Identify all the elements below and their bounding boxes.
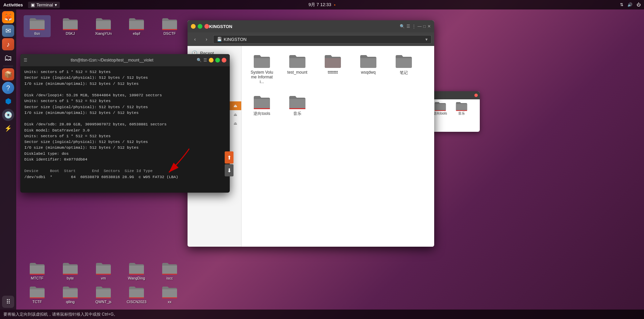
fm-window-controls [191,24,209,29]
volume-icon[interactable]: 🔊 [627,2,633,7]
eject-icon3[interactable]: ⏏ [233,121,237,126]
item-label: test_mount [287,70,307,75]
icon-label: qiling [66,300,75,304]
desktop-icon-ciscn2023[interactable]: CISCN2023 [123,284,150,305]
dock-files[interactable]: 🗂 [2,52,14,64]
fm-square-btn[interactable]: □ [423,24,426,29]
recording-dot: ● [334,3,336,6]
term-maximize-button[interactable] [215,58,220,63]
dock: 🦊 ✉ ♪ 🗂 📦 ? ⬢ 💿 ⚡ ⠿ [0,9,16,310]
fm2-item-yinyue2[interactable]: 音乐 [452,101,471,116]
dock-rhythmbox[interactable]: ♪ [2,38,14,50]
fm2-close-button[interactable] [474,94,478,97]
power-icon[interactable]: ⏻ [637,2,641,7]
desktop-icon-qwnt-js[interactable]: QWNT_js [90,284,117,305]
fm-close-button[interactable] [204,24,209,29]
fm-item-wsqdwq[interactable]: wsqdwq [353,51,383,87]
desktop-icon-tlsn[interactable]: tlsn [24,15,51,37]
desktop-icon-ebpf[interactable]: ebpf [123,15,150,37]
icon-label: XiangYUn [95,31,112,35]
svg-rect-14 [162,297,177,298]
terminal-content[interactable]: Units: sectors of 1 * 512 = 512 bytes Se… [20,66,230,193]
folder-icon [434,101,446,111]
fm-item-nixiangtools[interactable]: 逆向tools [247,92,277,119]
term-line [24,87,226,92]
terminal-side-btn2[interactable]: ⬇ [225,164,233,176]
term-menu2-icon[interactable]: ☰ [203,58,207,63]
network-icon[interactable]: ⇅ [620,2,623,7]
desktop-icon-qiling[interactable]: qiling [57,284,84,305]
desktop-icon-vm[interactable]: vm [90,260,117,282]
desktop-icon-iscc[interactable]: iscc [156,260,183,282]
desktop-icon-xx[interactable]: xx [156,284,183,305]
term-line [24,180,226,186]
fm-item-sysvolinfo[interactable]: System Volume Informati... [247,51,277,87]
fm-toolbar: ‹ › 💾 KINGSTON ▾ [188,32,434,46]
desktop-icon-wangding[interactable]: WangDing [123,260,150,282]
fm-view-btn[interactable]: ☰ [406,24,410,29]
folder-icon [289,95,306,109]
term-left-icons: ☰ [24,58,27,63]
term-close-button[interactable] [222,58,226,63]
fm-location-bar[interactable]: 💾 KINGSTON ▾ [213,35,431,44]
folder-icon [395,54,413,69]
term-line: Sector size (logical/physical): 512 byte… [24,104,226,110]
folder-icon [29,17,45,30]
terminal-side-btn[interactable]: ⬆ [225,151,233,164]
eject-icon-active[interactable]: ⏏ [233,103,237,108]
desktop-icon-dsctf[interactable]: DSCTF [156,15,183,37]
fm-location-dropdown-icon[interactable]: ▾ [425,37,428,42]
folder-icon [289,54,306,69]
fm-item-yinyue[interactable]: 音乐 [282,92,313,119]
term-menu-icon[interactable]: ☰ [24,58,27,63]
fm-item-biji[interactable]: 笔记 [389,51,419,87]
term-line: Sector size (logical/physical): 512 byte… [24,139,226,145]
icon-label: QWNT_js [95,300,112,304]
term-line: Disklabel type: dos [24,151,226,156]
fm-minus-btn[interactable]: — [418,24,422,29]
fm-minimize-button[interactable] [191,24,196,29]
fm-x-btn[interactable]: ✕ [427,24,431,29]
desktop-icon-d5kj[interactable]: D5KJ [57,15,84,37]
dock-firefox[interactable]: 🦊 [2,11,14,23]
activities-button[interactable]: Activities [3,2,23,7]
dock-vscode[interactable]: ⬢ [2,95,14,107]
fm-back-button[interactable]: ‹ [190,34,200,44]
term-line: Units: sectors of 1 * 512 = 512 bytes [24,133,226,139]
svg-rect-0 [30,29,45,30]
terminal-taskbar-button[interactable]: ▣ Terminal ▾ [28,2,60,8]
eject-icon2[interactable]: ⏏ [233,112,237,117]
fm-item-testmount[interactable]: test_mount [282,51,313,87]
item-label: 音乐 [458,111,465,116]
dock-usb[interactable]: ⚡ [2,122,14,134]
svg-rect-16 [289,108,305,109]
fm-maximize-button[interactable] [198,24,202,29]
svg-rect-5 [30,274,45,275]
dock-mail[interactable]: ✉ [2,25,14,37]
dock-software[interactable]: 📦 [2,68,14,80]
fm-content: System Volume Informati... test_mount [242,46,434,247]
fm-item-ttttttttt[interactable]: ttttttttt [318,51,348,87]
terminal-titlebar: ☰ tlsn@tlsn-t1sn:~/Desktop/test__mount__… [20,54,230,66]
svg-rect-19 [435,110,446,111]
dock-dvd[interactable]: 💿 [2,109,14,121]
term-cmd-line1: [12:30:43] tlsn:test__mount__violet $ su… [24,186,226,193]
fm-forward-button[interactable]: › [202,34,211,44]
svg-rect-13 [129,297,144,298]
term-controls: 🔍 ☰ [197,58,226,63]
desktop-icon-tctf[interactable]: TCTF [24,284,51,305]
desktop-icon-xiangyun[interactable]: XiangYUn [90,15,117,37]
term-minimize-button[interactable] [209,58,214,63]
item-label: ttttttttt [328,70,338,75]
fm-search-btn[interactable]: 🔍 [400,24,405,29]
drive-icon: 💾 [217,37,222,42]
folder-icon [455,101,468,111]
desktop-icon-mtctf[interactable]: MTCTF [24,260,51,282]
term-line: /dev/sdb1 * 64 60538879 60538816 28.9G c… [24,174,226,180]
term-search-icon[interactable]: 🔍 [197,58,202,63]
dock-apps-button[interactable]: ⠿ [2,296,14,308]
fm-title-actions: 🔍 ☰ ⋮ — □ ✕ [400,24,431,29]
fm-more-btn[interactable]: ⋮ [412,24,416,29]
desktop-icon-byte[interactable]: byte [57,260,84,282]
dock-help[interactable]: ? [2,82,14,94]
